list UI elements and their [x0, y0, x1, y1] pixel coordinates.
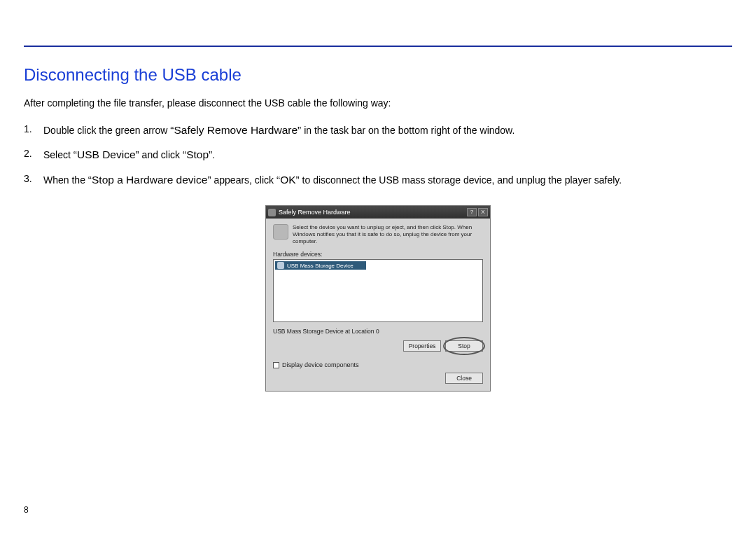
close-button[interactable]: X [478, 208, 488, 216]
top-rule [24, 46, 732, 47]
steps-list: 1. Double click the green arrow Safely R… [24, 120, 732, 190]
quoted-term: Safely Remove Hardware [170, 124, 301, 136]
hardware-devices-listbox[interactable]: USB Mass Storage Device [273, 259, 483, 322]
quoted-term: Stop a Hardware device [88, 174, 211, 186]
step-2: 2. Select USB Device and click Stop. [24, 144, 732, 165]
dialog-title-icon [268, 209, 276, 216]
help-button[interactable]: ? [467, 208, 477, 216]
device-icon [273, 224, 288, 240]
properties-button[interactable]: Properties [403, 340, 441, 352]
quoted-term: Stop [183, 148, 212, 160]
page-number: 8 [24, 505, 29, 515]
step-1: 1. Double click the green arrow Safely R… [24, 120, 732, 140]
quoted-term: OK [276, 174, 300, 186]
step-number: 3. [24, 169, 43, 190]
usb-icon [277, 262, 284, 269]
dialog-description: Select the device you want to unplug or … [293, 224, 483, 245]
display-components-checkbox[interactable] [273, 362, 279, 368]
quoted-term: USB Device [74, 148, 139, 160]
step-text: When the Stop a Hardware device appears,… [43, 169, 732, 190]
display-components-label: Display device components [282, 361, 359, 368]
intro-text: After completing the file transfer, plea… [24, 97, 732, 109]
step-text: Select USB Device and click Stop. [43, 144, 732, 165]
step-3: 3. When the Stop a Hardware device appea… [24, 169, 732, 190]
section-title: Disconnecting the USB cable [24, 65, 732, 85]
stop-button[interactable]: Stop [445, 340, 483, 352]
close-dialog-button[interactable]: Close [445, 373, 483, 384]
dialog-title: Safely Remove Hardware [279, 209, 465, 216]
list-item-label: USB Mass Storage Device [287, 263, 354, 269]
list-item[interactable]: USB Mass Storage Device [275, 261, 366, 270]
device-status: USB Mass Storage Device at Location 0 [273, 328, 483, 335]
hardware-devices-label: Hardware devices: [273, 251, 483, 258]
step-text: Double click the green arrow Safely Remo… [43, 120, 732, 140]
step-number: 1. [24, 120, 43, 140]
dialog-titlebar: Safely Remove Hardware ? X [266, 206, 490, 219]
safely-remove-dialog: Safely Remove Hardware ? X Select the de… [265, 205, 491, 392]
step-number: 2. [24, 144, 43, 165]
